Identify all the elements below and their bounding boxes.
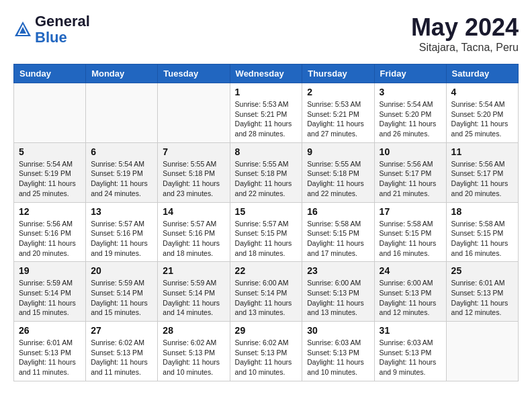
calendar-day-cell: 10Sunrise: 5:56 AM Sunset: 5:17 PM Dayli… bbox=[374, 142, 446, 202]
day-number: 8 bbox=[235, 146, 298, 157]
weekday-header-friday: Friday bbox=[374, 64, 446, 83]
weekday-header-sunday: Sunday bbox=[14, 64, 86, 83]
day-info: Sunrise: 5:59 AM Sunset: 5:14 PM Dayligh… bbox=[19, 278, 81, 318]
day-number: 13 bbox=[91, 206, 152, 217]
day-number: 4 bbox=[451, 87, 513, 97]
day-number: 28 bbox=[163, 325, 224, 336]
calendar-day-cell: 27Sunrise: 6:02 AM Sunset: 5:13 PM Dayli… bbox=[86, 322, 158, 381]
day-number: 2 bbox=[307, 87, 369, 97]
day-info: Sunrise: 6:01 AM Sunset: 5:13 PM Dayligh… bbox=[19, 338, 81, 377]
day-number: 10 bbox=[380, 146, 441, 157]
calendar-day-cell: 4Sunrise: 5:54 AM Sunset: 5:20 PM Daylig… bbox=[446, 83, 518, 143]
day-number: 21 bbox=[163, 265, 224, 276]
day-info: Sunrise: 5:55 AM Sunset: 5:18 PM Dayligh… bbox=[235, 159, 298, 199]
weekday-header-monday: Monday bbox=[86, 64, 158, 83]
page-header: General Blue May 2024 Sitajara, Tacna, P… bbox=[13, 13, 519, 54]
calendar-day-cell: 20Sunrise: 5:59 AM Sunset: 5:14 PM Dayli… bbox=[86, 262, 158, 322]
calendar-day-cell: 30Sunrise: 6:03 AM Sunset: 5:13 PM Dayli… bbox=[302, 322, 374, 381]
calendar-day-cell: 24Sunrise: 6:00 AM Sunset: 5:13 PM Dayli… bbox=[374, 262, 446, 322]
day-number: 17 bbox=[380, 206, 441, 217]
calendar-day-cell: 8Sunrise: 5:55 AM Sunset: 5:18 PM Daylig… bbox=[230, 142, 302, 202]
logo-line1: General bbox=[35, 13, 90, 30]
day-number: 12 bbox=[19, 206, 81, 217]
day-info: Sunrise: 6:00 AM Sunset: 5:14 PM Dayligh… bbox=[235, 278, 298, 318]
weekday-header-wednesday: Wednesday bbox=[230, 64, 302, 83]
calendar-day-cell bbox=[158, 83, 230, 143]
weekday-header-row: SundayMondayTuesdayWednesdayThursdayFrid… bbox=[14, 64, 519, 83]
day-number: 23 bbox=[307, 265, 369, 276]
calendar-week-row: 19Sunrise: 5:59 AM Sunset: 5:14 PM Dayli… bbox=[14, 262, 519, 322]
day-info: Sunrise: 6:02 AM Sunset: 5:13 PM Dayligh… bbox=[91, 338, 152, 377]
day-info: Sunrise: 5:55 AM Sunset: 5:18 PM Dayligh… bbox=[163, 159, 224, 199]
day-number: 1 bbox=[235, 87, 298, 97]
day-number: 25 bbox=[451, 265, 513, 276]
day-info: Sunrise: 6:02 AM Sunset: 5:13 PM Dayligh… bbox=[235, 338, 298, 377]
weekday-header-thursday: Thursday bbox=[302, 64, 374, 83]
day-number: 3 bbox=[380, 87, 441, 97]
weekday-header-saturday: Saturday bbox=[446, 64, 518, 83]
day-number: 5 bbox=[19, 146, 81, 157]
calendar-day-cell: 11Sunrise: 5:56 AM Sunset: 5:17 PM Dayli… bbox=[446, 142, 518, 202]
day-info: Sunrise: 6:00 AM Sunset: 5:13 PM Dayligh… bbox=[380, 278, 441, 318]
calendar-day-cell: 6Sunrise: 5:54 AM Sunset: 5:19 PM Daylig… bbox=[86, 142, 158, 202]
day-number: 6 bbox=[91, 146, 152, 157]
day-number: 18 bbox=[451, 206, 513, 217]
calendar-day-cell: 28Sunrise: 6:02 AM Sunset: 5:13 PM Dayli… bbox=[158, 322, 230, 381]
day-info: Sunrise: 5:53 AM Sunset: 5:21 PM Dayligh… bbox=[235, 99, 298, 139]
day-info: Sunrise: 6:03 AM Sunset: 5:13 PM Dayligh… bbox=[307, 338, 369, 377]
calendar-day-cell: 7Sunrise: 5:55 AM Sunset: 5:18 PM Daylig… bbox=[158, 142, 230, 202]
day-info: Sunrise: 5:56 AM Sunset: 5:17 PM Dayligh… bbox=[451, 159, 513, 199]
calendar-day-cell: 18Sunrise: 5:58 AM Sunset: 5:15 PM Dayli… bbox=[446, 202, 518, 262]
day-info: Sunrise: 5:57 AM Sunset: 5:16 PM Dayligh… bbox=[163, 219, 224, 259]
calendar-day-cell: 21Sunrise: 5:59 AM Sunset: 5:14 PM Dayli… bbox=[158, 262, 230, 322]
calendar-day-cell: 2Sunrise: 5:53 AM Sunset: 5:21 PM Daylig… bbox=[302, 83, 374, 143]
day-info: Sunrise: 5:54 AM Sunset: 5:20 PM Dayligh… bbox=[380, 99, 441, 139]
logo-line2: Blue bbox=[35, 30, 90, 46]
calendar-day-cell: 31Sunrise: 6:03 AM Sunset: 5:13 PM Dayli… bbox=[374, 322, 446, 381]
calendar-day-cell: 15Sunrise: 5:57 AM Sunset: 5:15 PM Dayli… bbox=[230, 202, 302, 262]
calendar-day-cell: 29Sunrise: 6:02 AM Sunset: 5:13 PM Dayli… bbox=[230, 322, 302, 381]
day-info: Sunrise: 6:02 AM Sunset: 5:13 PM Dayligh… bbox=[163, 338, 224, 377]
calendar-day-cell bbox=[14, 83, 86, 143]
day-info: Sunrise: 6:00 AM Sunset: 5:13 PM Dayligh… bbox=[307, 278, 369, 318]
day-number: 24 bbox=[380, 265, 441, 276]
day-info: Sunrise: 5:54 AM Sunset: 5:19 PM Dayligh… bbox=[91, 159, 152, 199]
day-info: Sunrise: 5:55 AM Sunset: 5:18 PM Dayligh… bbox=[307, 159, 369, 199]
calendar-week-row: 5Sunrise: 5:54 AM Sunset: 5:19 PM Daylig… bbox=[14, 142, 519, 202]
calendar-week-row: 12Sunrise: 5:56 AM Sunset: 5:16 PM Dayli… bbox=[14, 202, 519, 262]
calendar-day-cell: 9Sunrise: 5:55 AM Sunset: 5:18 PM Daylig… bbox=[302, 142, 374, 202]
calendar-day-cell: 23Sunrise: 6:00 AM Sunset: 5:13 PM Dayli… bbox=[302, 262, 374, 322]
day-number: 11 bbox=[451, 146, 513, 157]
day-number: 14 bbox=[163, 206, 224, 217]
calendar-day-cell: 3Sunrise: 5:54 AM Sunset: 5:20 PM Daylig… bbox=[374, 83, 446, 143]
day-number: 27 bbox=[91, 325, 152, 336]
calendar-week-row: 26Sunrise: 6:01 AM Sunset: 5:13 PM Dayli… bbox=[14, 322, 519, 381]
weekday-header-tuesday: Tuesday bbox=[158, 64, 230, 83]
calendar-day-cell: 13Sunrise: 5:57 AM Sunset: 5:16 PM Dayli… bbox=[86, 202, 158, 262]
day-info: Sunrise: 5:59 AM Sunset: 5:14 PM Dayligh… bbox=[91, 278, 152, 318]
day-info: Sunrise: 5:53 AM Sunset: 5:21 PM Dayligh… bbox=[307, 99, 369, 139]
day-info: Sunrise: 5:54 AM Sunset: 5:19 PM Dayligh… bbox=[19, 159, 81, 199]
day-number: 30 bbox=[307, 325, 369, 336]
day-info: Sunrise: 6:03 AM Sunset: 5:13 PM Dayligh… bbox=[380, 338, 441, 377]
day-info: Sunrise: 5:57 AM Sunset: 5:16 PM Dayligh… bbox=[91, 219, 152, 259]
calendar-day-cell: 26Sunrise: 6:01 AM Sunset: 5:13 PM Dayli… bbox=[14, 322, 86, 381]
calendar-day-cell: 12Sunrise: 5:56 AM Sunset: 5:16 PM Dayli… bbox=[14, 202, 86, 262]
calendar-day-cell bbox=[86, 83, 158, 143]
calendar-day-cell: 1Sunrise: 5:53 AM Sunset: 5:21 PM Daylig… bbox=[230, 83, 302, 143]
calendar-week-row: 1Sunrise: 5:53 AM Sunset: 5:21 PM Daylig… bbox=[14, 83, 519, 143]
title-block: May 2024 Sitajara, Tacna, Peru bbox=[411, 13, 519, 54]
calendar-day-cell: 22Sunrise: 6:00 AM Sunset: 5:14 PM Dayli… bbox=[230, 262, 302, 322]
day-number: 31 bbox=[380, 325, 441, 336]
day-info: Sunrise: 5:58 AM Sunset: 5:15 PM Dayligh… bbox=[380, 219, 441, 259]
day-info: Sunrise: 5:58 AM Sunset: 5:15 PM Dayligh… bbox=[451, 219, 513, 259]
calendar-location: Sitajara, Tacna, Peru bbox=[411, 42, 519, 54]
day-info: Sunrise: 6:01 AM Sunset: 5:13 PM Dayligh… bbox=[451, 278, 513, 318]
day-info: Sunrise: 5:59 AM Sunset: 5:14 PM Dayligh… bbox=[163, 278, 224, 318]
calendar-day-cell: 14Sunrise: 5:57 AM Sunset: 5:16 PM Dayli… bbox=[158, 202, 230, 262]
day-info: Sunrise: 5:57 AM Sunset: 5:15 PM Dayligh… bbox=[235, 219, 298, 259]
calendar-table: SundayMondayTuesdayWednesdayThursdayFrid… bbox=[13, 64, 519, 381]
day-number: 7 bbox=[163, 146, 224, 157]
day-info: Sunrise: 5:58 AM Sunset: 5:15 PM Dayligh… bbox=[307, 219, 369, 259]
day-number: 19 bbox=[19, 265, 81, 276]
